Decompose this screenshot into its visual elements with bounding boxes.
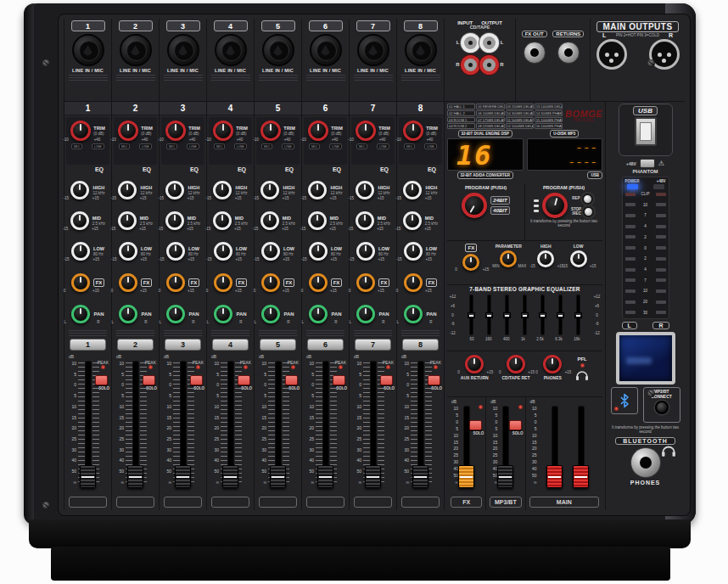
- fader-cap[interactable]: [222, 465, 238, 488]
- program-knob-right[interactable]: [542, 193, 568, 218]
- solo-button[interactable]: [95, 375, 108, 385]
- eq-high-knob[interactable]: [403, 181, 422, 199]
- channel-fader: dB 1050510152025304050∞ PEAK SOLO: [397, 352, 444, 510]
- pan-knob[interactable]: [261, 305, 280, 323]
- cd-tape-ret-knob[interactable]: [507, 355, 525, 373]
- eq-low-knob[interactable]: [214, 242, 232, 261]
- eq-low-knob[interactable]: [119, 242, 137, 261]
- fader-cap[interactable]: [412, 465, 428, 488]
- fx-solo-button[interactable]: [469, 420, 482, 430]
- rca-output-left: [483, 36, 496, 49]
- eq-mid-knob[interactable]: [308, 211, 327, 230]
- fx-send-knob[interactable]: [261, 273, 280, 292]
- fader-cap[interactable]: [270, 465, 286, 488]
- eq-low-knob[interactable]: [71, 242, 90, 261]
- geq-band-slider[interactable]: [503, 293, 512, 337]
- fx-send-knob[interactable]: [71, 273, 90, 292]
- eq-high-knob[interactable]: [213, 181, 232, 199]
- eq-low-knob[interactable]: [309, 242, 328, 261]
- eq-mid-knob[interactable]: [260, 211, 279, 230]
- eq-mid-knob[interactable]: [213, 211, 232, 230]
- pan-knob[interactable]: [71, 305, 90, 323]
- mp3-solo-button[interactable]: [509, 420, 522, 430]
- eq-high-knob[interactable]: [165, 181, 184, 199]
- pan-knob[interactable]: [356, 305, 375, 323]
- fader-cap[interactable]: [80, 465, 96, 488]
- eq-low-knob[interactable]: [404, 242, 423, 261]
- eq-mid-knob[interactable]: [118, 211, 137, 230]
- trim-knob[interactable]: [260, 121, 281, 141]
- trim-knob[interactable]: [118, 121, 138, 141]
- usb-port[interactable]: [635, 117, 657, 146]
- trim-knob[interactable]: [213, 121, 233, 141]
- eq-mid-knob[interactable]: [165, 211, 184, 230]
- eq-mid-knob[interactable]: [70, 211, 89, 230]
- fx-fader-cap[interactable]: [458, 465, 474, 488]
- pfl-led: [580, 363, 585, 368]
- master-high-knob[interactable]: [537, 250, 554, 267]
- pan-knob[interactable]: [404, 305, 423, 323]
- geq-band-slider[interactable]: [485, 293, 494, 337]
- eq-mid-knob[interactable]: [403, 211, 422, 230]
- program-knob-left[interactable]: [462, 193, 487, 218]
- fader-cap[interactable]: [127, 465, 143, 488]
- solo-button[interactable]: [285, 375, 298, 385]
- mp3-fader-cap[interactable]: [497, 465, 513, 488]
- parameter-knob[interactable]: [500, 250, 517, 267]
- eq-label: EQ: [207, 166, 254, 175]
- aux-return-knob[interactable]: [465, 355, 484, 373]
- fx-send-knob[interactable]: [166, 273, 185, 292]
- stop-rec-button[interactable]: [583, 206, 594, 217]
- trim-knob[interactable]: [356, 121, 376, 141]
- fx-send-knob[interactable]: [404, 273, 423, 292]
- trim-knob[interactable]: [403, 121, 423, 141]
- pan-knob[interactable]: [214, 305, 232, 323]
- line-in-mic-label: LINE IN / MIC: [72, 68, 104, 73]
- meter-row: 20: [625, 299, 666, 305]
- eq-high-knob[interactable]: [118, 181, 137, 199]
- solo-button[interactable]: [238, 375, 250, 385]
- rep-button[interactable]: [582, 194, 593, 205]
- phones-level-knob[interactable]: [543, 355, 562, 373]
- solo-button[interactable]: [333, 375, 345, 385]
- fx-send-knob[interactable]: [309, 273, 328, 292]
- eq-low-knob[interactable]: [166, 242, 185, 261]
- fader-cap[interactable]: [175, 465, 191, 488]
- pan-knob[interactable]: [309, 305, 328, 323]
- eq-mid-knob[interactable]: [356, 211, 374, 230]
- eq-low-knob[interactable]: [356, 242, 375, 261]
- eq-high-knob[interactable]: [260, 181, 279, 199]
- solo-button[interactable]: [380, 375, 393, 385]
- trim-knob[interactable]: [165, 121, 186, 141]
- bt-connect-button[interactable]: [655, 401, 669, 414]
- solo-button[interactable]: [428, 375, 440, 385]
- solo-button[interactable]: [190, 375, 203, 385]
- fx-send-knob[interactable]: [214, 273, 232, 292]
- fx-send-knob[interactable]: [119, 273, 137, 292]
- main-left-cap[interactable]: [546, 465, 563, 488]
- bluetooth-icon: [618, 392, 631, 409]
- main-right-cap[interactable]: [573, 465, 589, 488]
- pan-knob[interactable]: [166, 305, 185, 323]
- geq-band-slider[interactable]: [574, 293, 582, 337]
- geq-band-slider[interactable]: [468, 293, 476, 337]
- solo-button[interactable]: [143, 375, 155, 385]
- eq-label: EQ: [255, 166, 301, 175]
- trim-knob[interactable]: [308, 121, 328, 141]
- geq-band-slider[interactable]: [521, 293, 529, 337]
- eq-high-knob[interactable]: [356, 181, 374, 199]
- channel-plate: 8: [402, 339, 439, 351]
- eq-high-knob[interactable]: [308, 181, 327, 199]
- fx-send-knob[interactable]: [356, 273, 375, 292]
- fader-cap[interactable]: [317, 465, 333, 488]
- eq-high-knob[interactable]: [70, 181, 89, 199]
- fader-cap[interactable]: [365, 465, 381, 488]
- eq-low-knob[interactable]: [261, 242, 280, 261]
- geq-band-slider[interactable]: [556, 293, 564, 337]
- fx-level-knob[interactable]: [462, 254, 479, 271]
- phantom-switch[interactable]: [640, 159, 655, 168]
- geq-band-slider[interactable]: [538, 293, 546, 337]
- master-low-knob[interactable]: [570, 250, 587, 267]
- trim-knob[interactable]: [70, 121, 91, 141]
- pan-knob[interactable]: [119, 305, 137, 323]
